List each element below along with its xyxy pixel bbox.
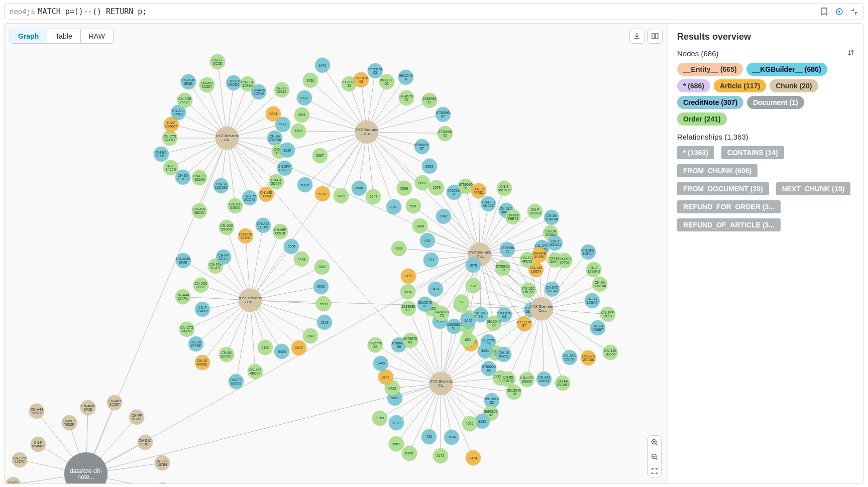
node-label-chip[interactable]: * (686): [677, 79, 710, 92]
tab-graph[interactable]: Graph: [10, 29, 47, 43]
graph-node[interactable]: CN-F 094067: [195, 302, 210, 317]
graph-node[interactable]: CN-2FF-C977C: [600, 307, 615, 322]
target-icon[interactable]: [835, 8, 843, 16]
graph-node[interactable]: 1660: [461, 313, 476, 328]
graph-node[interactable]: 1445: [315, 58, 330, 73]
graph-node[interactable]: 920: [406, 198, 421, 213]
graph-node[interactable]: CN-499 48C04: [192, 203, 207, 218]
graph-node[interactable]: CN-459 3C207: [199, 77, 214, 92]
graph-node[interactable]: CN-459 3C207: [107, 395, 122, 410]
zoom-in-button[interactable]: [648, 436, 661, 449]
graph-node[interactable]: 624: [420, 233, 435, 248]
graph-node[interactable]: XYZ Bre-nds - Cu...: [355, 120, 378, 144]
graph-node[interactable]: 733: [421, 429, 437, 444]
graph-node[interactable]: 8583980 01: [401, 301, 416, 316]
graph-node[interactable]: 6328: [297, 177, 312, 192]
graph-node[interactable]: CN-A44 375F2: [175, 289, 190, 304]
graph-node[interactable]: XYZ Bre-nds - Cu...: [239, 289, 262, 312]
graph-node[interactable]: 6736770 12: [368, 337, 383, 352]
graph-node[interactable]: 8583980 01: [379, 74, 394, 89]
collapse-icon[interactable]: [850, 8, 858, 16]
graph-node[interactable]: CN-140 1E054: [603, 345, 618, 360]
node-label-chip[interactable]: __KGBuilder__ (686): [746, 63, 827, 76]
rel-type-chip[interactable]: CONTAINS (14): [721, 146, 784, 159]
graph-node[interactable]: CN-1E 8425E: [496, 347, 511, 362]
graph-node[interactable]: 3042: [436, 209, 451, 224]
bookmark-icon[interactable]: [820, 8, 828, 16]
graph-node[interactable]: CN-E4 0D697: [269, 174, 284, 189]
graph-node[interactable]: CN-FF 0C2D: [216, 250, 231, 265]
graph-node[interactable]: CN-CFE E8669: [192, 170, 207, 185]
graph-node[interactable]: CN-A28 1CRW: [256, 218, 271, 233]
graph-node[interactable]: 2173: [433, 448, 448, 463]
rel-type-chip[interactable]: FROM_DOCUMENT (20): [677, 182, 769, 195]
graph-node[interactable]: 2173: [401, 269, 416, 284]
graph-node[interactable]: CN-A28 1CRW: [251, 84, 266, 99]
graph-node[interactable]: CN-4 36D183: [497, 181, 512, 196]
tab-table[interactable]: Table: [47, 29, 80, 43]
graph-node[interactable]: 3414: [428, 282, 443, 297]
graph-node[interactable]: CN-12C 05E66: [228, 198, 243, 213]
node-label-chip[interactable]: Document (1): [747, 96, 804, 109]
graph-node[interactable]: CN-FCE 107B4: [155, 455, 170, 470]
graph-node[interactable]: CN-8A 2D6F0A: [544, 210, 559, 225]
graph-node[interactable]: CN-E75 2CC48: [581, 350, 596, 366]
graph-node[interactable]: 1078: [429, 180, 444, 195]
graph-node[interactable]: CN-E0 1FFBF: [6, 477, 21, 483]
graph-node[interactable]: CN-499 48C04: [248, 364, 263, 379]
graph-node[interactable]: CN-2FF-C977C: [277, 161, 292, 176]
graph-node[interactable]: CN-F 094067: [31, 437, 46, 452]
graph-node[interactable]: 2349: [386, 199, 401, 214]
graph-node[interactable]: 2848: [291, 340, 306, 355]
graph-node[interactable]: 5913540 19: [506, 385, 521, 400]
graph-node[interactable]: CN-F 1299FB: [586, 262, 601, 277]
graph-node[interactable]: 6721270 07: [517, 316, 532, 331]
graph-node[interactable]: CN-FF 0C2D: [129, 410, 144, 425]
graph-node[interactable]: 1286: [475, 414, 490, 429]
graph-node[interactable]: 6170: [258, 340, 273, 355]
graph-node[interactable]: CN-E75 2CC48: [242, 190, 257, 205]
graph-node[interactable]: 6583580 51: [422, 93, 437, 108]
graph-node[interactable]: CN-E75 2CC48: [545, 282, 560, 297]
graph-node[interactable]: 5676070 03: [403, 333, 418, 348]
graph-node[interactable]: 6738590 03: [438, 126, 453, 141]
graph-node[interactable]: 5700920 10: [495, 261, 510, 276]
graph-node[interactable]: 6739590 91: [500, 242, 515, 257]
graph-node[interactable]: CN-5D0 7652F: [62, 415, 77, 430]
graph-node[interactable]: CN-D20 09DD8: [138, 435, 153, 450]
graph-node[interactable]: 3987: [389, 436, 404, 451]
graph-node[interactable]: CN-C73 4417C: [179, 322, 194, 337]
sort-icon[interactable]: [847, 49, 854, 58]
download-button[interactable]: [629, 29, 644, 44]
graph-node[interactable]: 8424970 75: [399, 90, 414, 105]
node-label-chip[interactable]: __Entity__ (665): [677, 63, 743, 76]
graph-node[interactable]: 6786690 07: [414, 139, 429, 154]
expand-button[interactable]: [647, 29, 663, 44]
graph-node[interactable]: 1159: [291, 124, 306, 139]
graph-node[interactable]: CN-85 2E019C: [175, 170, 190, 185]
graph-node[interactable]: CN-D20 09DD8: [219, 220, 234, 235]
graph-node[interactable]: 5676070 03: [368, 63, 383, 78]
graph-node[interactable]: 733: [423, 253, 439, 268]
graph-node[interactable]: 3534: [400, 284, 415, 299]
graph-node[interactable]: CN-5D0 7652F: [193, 278, 208, 293]
graph-node[interactable]: CN-E0 1FFBF: [188, 336, 203, 351]
graph-node[interactable]: CN-85 2E019C: [500, 372, 515, 387]
graph-node[interactable]: CN-2FB F8B78: [505, 209, 520, 224]
graph-node[interactable]: CN-D20 09DD8: [226, 75, 241, 90]
graph-node[interactable]: 5599: [397, 181, 412, 196]
graph-node[interactable]: 5425: [334, 188, 349, 203]
graph-node[interactable]: 9032: [415, 175, 430, 190]
graph-node[interactable]: CN-12C 05E66: [562, 350, 577, 365]
graph-node[interactable]: 2349: [317, 315, 332, 330]
rel-type-chip[interactable]: * (1363): [677, 146, 714, 159]
graph-node[interactable]: 6738590 07: [436, 107, 451, 122]
rel-type-chip[interactable]: REFUND_OF_ARTICLE (3...: [677, 218, 781, 231]
graph-node[interactable]: 3987: [312, 148, 328, 163]
graph-node[interactable]: 9032: [313, 279, 329, 294]
graph-node[interactable]: CN-DA 1D9A4: [585, 293, 600, 308]
graph-node[interactable]: 624: [460, 332, 475, 347]
graph-node[interactable]: 6170: [315, 186, 330, 201]
graph-node[interactable]: 4605: [462, 416, 477, 431]
graph-node[interactable]: 2647: [303, 328, 318, 343]
